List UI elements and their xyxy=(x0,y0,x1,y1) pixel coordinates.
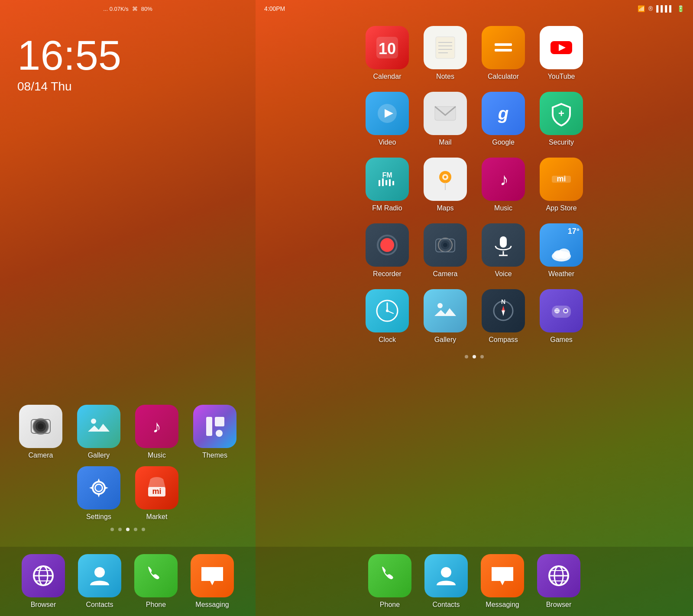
svg-point-9 xyxy=(216,430,223,437)
clock-label: Clock xyxy=(379,336,396,344)
left-app-row-1: Camera Gallery ♪ Music xyxy=(0,405,256,459)
app-maps[interactable]: Maps xyxy=(421,158,469,212)
camera-dark-icon-wrap xyxy=(424,223,467,267)
right-dock-messaging[interactable]: Messaging xyxy=(479,554,526,609)
compass-icon-wrap: N xyxy=(482,289,525,332)
left-dot-2[interactable] xyxy=(118,528,122,531)
app-recorder[interactable]: Recorder xyxy=(363,223,411,278)
app-appstore[interactable]: mi App Store xyxy=(538,158,585,212)
fmradio-label: FM Radio xyxy=(372,204,402,212)
svg-rect-23 xyxy=(436,37,455,58)
app-music-right[interactable]: ♪ Music xyxy=(479,158,527,212)
app-gallery-right[interactable]: Gallery xyxy=(421,289,469,344)
clock-time: 16:55 xyxy=(17,35,238,76)
app-mail[interactable]: Mail xyxy=(421,92,469,146)
right-phone-label: Phone xyxy=(380,601,400,609)
dock-phone[interactable]: Phone xyxy=(132,554,180,609)
mail-svg xyxy=(432,100,458,126)
themes-svg xyxy=(202,413,228,439)
right-dot-2[interactable] xyxy=(473,355,476,358)
gallery-right-label: Gallery xyxy=(434,336,457,344)
svg-point-20 xyxy=(94,567,105,577)
google-svg: g xyxy=(490,100,516,126)
right-messaging-svg xyxy=(489,563,515,589)
gallery-right-svg xyxy=(432,298,458,324)
app-settings[interactable]: Settings xyxy=(75,466,123,521)
clock-icon-wrap xyxy=(366,289,409,332)
app-gallery[interactable]: Gallery xyxy=(75,405,123,459)
right-dock-browser[interactable]: Browser xyxy=(535,554,583,609)
app-calculator[interactable]: Calculator xyxy=(479,26,527,81)
app-video[interactable]: Video xyxy=(363,92,411,146)
svg-rect-7 xyxy=(206,417,212,436)
svg-rect-4 xyxy=(88,416,110,437)
video-icon-wrap xyxy=(366,92,409,135)
right-app-grid: 10 Calendar Notes xyxy=(256,17,693,547)
app-music-left[interactable]: ♪ Music xyxy=(133,405,181,459)
app-games[interactable]: Games xyxy=(538,289,585,344)
dock-messaging[interactable]: Messaging xyxy=(188,554,236,609)
right-dock-phone[interactable]: Phone xyxy=(366,554,414,609)
app-themes[interactable]: Themes xyxy=(191,405,239,459)
app-notes[interactable]: Notes xyxy=(421,26,469,81)
app-weather[interactable]: 17° Weather xyxy=(538,223,585,278)
left-dot-5[interactable] xyxy=(142,528,145,531)
notes-svg xyxy=(432,35,458,61)
app-voice[interactable]: Voice xyxy=(479,223,527,278)
dock-contacts[interactable]: Contacts xyxy=(76,554,123,609)
right-dock-contacts[interactable]: Contacts xyxy=(422,554,470,609)
clock-date: 08/14 Thu xyxy=(17,80,238,94)
weather-svg xyxy=(548,239,574,265)
camera-dark-svg xyxy=(432,232,458,258)
browser-label: Browser xyxy=(31,601,56,609)
left-dot-3[interactable] xyxy=(126,528,130,531)
gallery-right-icon-wrap xyxy=(424,289,467,332)
notes-icon-wrap xyxy=(424,26,467,69)
right-dock: Phone Contacts Messaging xyxy=(256,547,693,616)
svg-rect-38 xyxy=(379,180,380,186)
music-right-icon-wrap: ♪ xyxy=(482,158,525,201)
app-security[interactable]: + Security xyxy=(538,92,585,146)
fmradio-icon-wrap: FM xyxy=(366,158,409,201)
clock-area: 16:55 08/14 Thu xyxy=(0,17,256,102)
mail-label: Mail xyxy=(439,139,451,146)
svg-text:mi: mi xyxy=(152,487,161,496)
dock-browser[interactable]: Browser xyxy=(19,554,67,609)
themes-label: Themes xyxy=(202,452,227,459)
right-r: ® xyxy=(648,5,653,12)
settings-label: Settings xyxy=(86,513,111,521)
music-left-svg: ♪ xyxy=(144,413,170,439)
app-clock[interactable]: Clock xyxy=(363,289,411,344)
left-dot-4[interactable] xyxy=(134,528,137,531)
recorder-svg xyxy=(374,232,400,258)
camera-dark-label: Camera xyxy=(433,270,458,278)
games-svg xyxy=(548,298,574,324)
left-dot-1[interactable] xyxy=(110,528,114,531)
left-signal: ... 0.07K/s xyxy=(103,6,129,12)
app-google[interactable]: g Google xyxy=(479,92,527,146)
recorder-icon-wrap xyxy=(366,223,409,267)
fmradio-svg: FM xyxy=(374,166,400,192)
app-calendar[interactable]: 10 Calendar xyxy=(363,26,411,81)
right-dot-3[interactable] xyxy=(480,355,484,358)
right-battery: 🔋 xyxy=(677,5,684,12)
svg-rect-40 xyxy=(385,180,387,185)
right-messaging-icon-wrap xyxy=(481,554,524,597)
music-left-icon-wrap: ♪ xyxy=(135,405,178,448)
app-camera-dark[interactable]: Camera xyxy=(421,223,469,278)
app-compass[interactable]: N Compass xyxy=(479,289,527,344)
app-fmradio[interactable]: FM FM Radio xyxy=(363,158,411,212)
right-panel: 4:00PM 📶 ® ▌▌▌▌ 🔋 10 Calendar xyxy=(256,0,693,616)
video-label: Video xyxy=(379,139,396,146)
app-camera[interactable]: Camera xyxy=(17,405,65,459)
svg-point-49 xyxy=(380,238,394,252)
svg-rect-29 xyxy=(495,49,512,52)
svg-rect-42 xyxy=(392,181,394,185)
app-market[interactable]: mi Market xyxy=(133,466,181,521)
left-dock: Browser Contacts Phone xyxy=(0,547,256,616)
right-dot-1[interactable] xyxy=(465,355,468,358)
svg-text:FM: FM xyxy=(382,171,392,179)
phone-icon-wrap xyxy=(134,554,178,597)
maps-svg xyxy=(432,166,458,192)
app-youtube[interactable]: YouTube xyxy=(538,26,585,81)
